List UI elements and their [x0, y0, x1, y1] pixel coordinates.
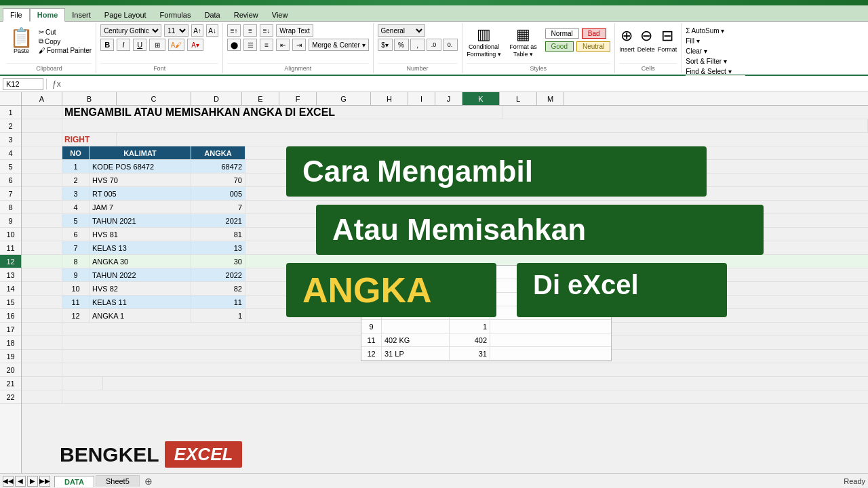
align-top-left-button[interactable]: ≡↑ [227, 24, 241, 37]
paste-button[interactable]: 📋 Paste [7, 27, 36, 56]
cell-d6[interactable]: 70 [191, 174, 245, 186]
cell-c9[interactable]: TAHUN 2021 [90, 214, 191, 227]
cell-c15[interactable]: KELAS 11 [90, 296, 191, 308]
italic-button[interactable]: I [117, 39, 130, 51]
cell-b11[interactable]: 7 [62, 241, 90, 254]
decrease-font-button[interactable]: A↓ [206, 24, 218, 37]
cell-c8[interactable]: JAM 7 [90, 201, 191, 214]
row-num-15[interactable]: 15 [0, 296, 21, 309]
cell-rest-4[interactable] [245, 146, 868, 159]
cell-a1[interactable] [22, 106, 62, 119]
cell-b6[interactable]: 2 [62, 174, 90, 186]
cell-a4[interactable] [22, 146, 62, 159]
tab-formulas[interactable]: Formulas [153, 9, 198, 21]
cell-b3[interactable]: RIGHT [62, 133, 117, 146]
col-header-f[interactable]: F [279, 92, 317, 105]
border-button[interactable]: ⊞ [149, 39, 165, 51]
dec-inc-button[interactable]: .0 [427, 39, 441, 51]
number-format-select[interactable]: General [378, 24, 425, 37]
cell-b12[interactable]: 8 [62, 255, 90, 268]
row-num-18[interactable]: 18 [0, 336, 21, 350]
row-num-3[interactable]: 3 [0, 133, 21, 146]
row-num-11[interactable]: 11 [0, 241, 21, 255]
bold-button[interactable]: B [100, 39, 114, 51]
autosum-button[interactable]: Σ AutoSum ▾ [686, 27, 745, 35]
cell-b15[interactable]: 11 [62, 296, 90, 308]
col-header-d[interactable]: D [191, 92, 242, 105]
nav-prev-arrow[interactable]: ◀ [15, 476, 26, 487]
cell-b9[interactable]: 5 [62, 214, 90, 227]
cell-c13[interactable]: TAHUN 2022 [90, 268, 191, 281]
col-header-m[interactable]: M [537, 92, 564, 105]
row-num-6[interactable]: 6 [0, 174, 21, 187]
merge-center-button[interactable]: Merge & Center ▾ [309, 39, 368, 51]
col-header-a[interactable]: A [22, 92, 62, 105]
cell-rest-3[interactable] [117, 133, 868, 146]
align-right-button[interactable]: ≡ [260, 39, 273, 51]
cell-d15[interactable]: 11 [191, 296, 245, 308]
sort-filter-button[interactable]: Sort & Filter ▾ [686, 58, 745, 65]
insert-button[interactable]: ⊕ [620, 27, 633, 45]
cell-d5[interactable]: 68472 [191, 160, 245, 173]
formula-func-icon[interactable]: ƒx [52, 79, 61, 89]
col-header-l[interactable]: L [500, 92, 537, 105]
cell-d16[interactable]: 1 [191, 309, 245, 322]
fill-button[interactable]: Fill ▾ [686, 37, 745, 45]
cell-b8[interactable]: 4 [62, 201, 90, 214]
dec-dec-button[interactable]: 0. [443, 39, 458, 51]
cell-d4-angka[interactable]: ANGKA [191, 146, 245, 159]
row-num-1[interactable]: 1 [0, 106, 21, 119]
align-left-button[interactable]: ⬤ [227, 39, 241, 51]
style-good[interactable]: Good [545, 41, 574, 52]
row-num-14[interactable]: 14 [0, 282, 21, 296]
cell-c6[interactable]: HVS 70 [90, 174, 191, 186]
row-num-13[interactable]: 13 [0, 268, 21, 282]
cell-b16[interactable]: 12 [62, 309, 90, 322]
cell-c11[interactable]: KELAS 13 [90, 241, 191, 254]
cell-c4-kalimat[interactable]: KALIMAT [90, 146, 191, 159]
col-header-e[interactable]: E [242, 92, 279, 105]
sheet-tab-add[interactable]: ⊕ [142, 476, 155, 487]
col-header-j[interactable]: J [435, 92, 462, 105]
cut-button[interactable]: ✂ Cut [39, 28, 92, 36]
wrap-text-button[interactable]: Wrap Text [276, 24, 313, 37]
align-center-button[interactable]: ☰ [243, 39, 257, 51]
font-size-select[interactable]: 11 [164, 24, 189, 37]
fill-color-button[interactable]: A🖌 [168, 39, 184, 51]
cell-c10[interactable]: HVS 81 [90, 228, 191, 241]
align-top-right-button[interactable]: ≡↓ [260, 24, 273, 37]
cell-b1[interactable]: MENGAMBIL ATAU MEMISAHKAN ANGKA DI EXCEL [62, 106, 503, 119]
cell-b4-no[interactable]: NO [62, 146, 90, 159]
row-num-4[interactable]: 4 [0, 146, 21, 160]
conditional-formatting-button[interactable]: ▥ [477, 27, 491, 42]
tab-view[interactable]: View [265, 9, 295, 21]
cell-d12[interactable]: 30 [191, 255, 245, 268]
indent-inc-button[interactable]: ⇥ [292, 39, 306, 51]
align-top-center-button[interactable]: ≡ [243, 24, 257, 37]
row-num-2[interactable]: 2 [0, 119, 21, 133]
row-num-10[interactable]: 10 [0, 228, 21, 241]
cell-b10[interactable]: 6 [62, 228, 90, 241]
formula-input[interactable] [64, 80, 865, 88]
row-num-7[interactable]: 7 [0, 187, 21, 201]
comma-button[interactable]: , [410, 39, 425, 51]
cell-c14[interactable]: HVS 82 [90, 282, 191, 295]
cell-d10[interactable]: 81 [191, 228, 245, 241]
cell-c7[interactable]: RT 005 [90, 187, 191, 200]
format-button[interactable]: ⊟ [661, 27, 673, 45]
font-name-select[interactable]: Century Gothic [100, 24, 161, 37]
increase-font-button[interactable]: A↑ [191, 24, 203, 37]
col-header-i[interactable]: I [408, 92, 435, 105]
tab-home[interactable]: Home [30, 8, 66, 22]
clear-button[interactable]: Clear ▾ [686, 47, 745, 55]
row-num-21[interactable]: 21 [0, 377, 21, 390]
nav-next-arrow[interactable]: ▶ [27, 476, 38, 487]
sheet-tab-data[interactable]: DATA [54, 476, 94, 487]
tab-data[interactable]: Data [197, 9, 226, 21]
row-num-9[interactable]: 9 [0, 214, 21, 228]
underline-button[interactable]: U [133, 39, 146, 51]
delete-button[interactable]: ⊖ [640, 27, 652, 45]
cell-c16[interactable]: ANGKA 1 [90, 309, 191, 322]
tab-file[interactable]: File [3, 8, 30, 22]
cell-a2[interactable] [22, 119, 62, 132]
